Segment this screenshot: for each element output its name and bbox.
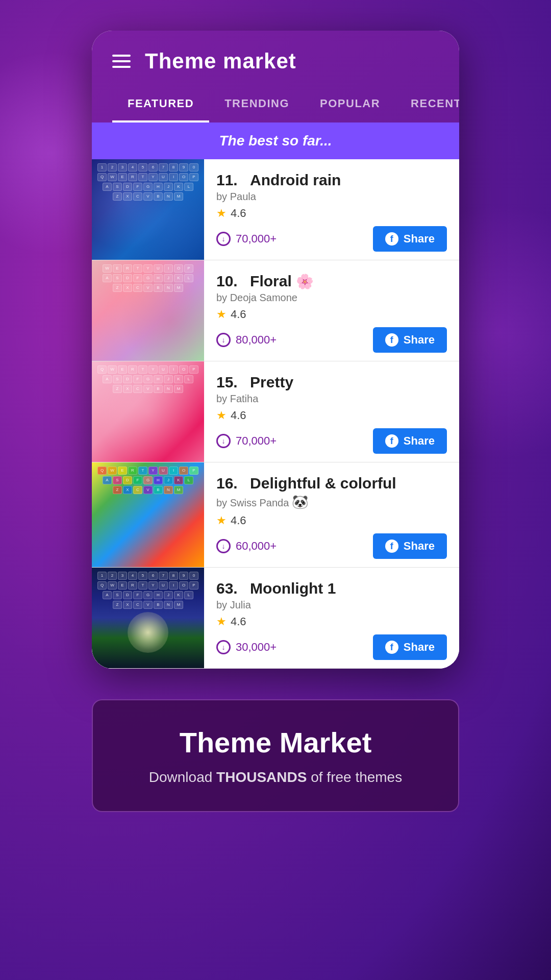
theme-thumbnail: 123 456 7890 QWE RTY UIOP ASD FGH JKL [92,568,204,668]
facebook-icon: f [385,333,398,347]
featured-banner: The best so far... [92,122,459,159]
share-button[interactable]: f Share [373,533,447,559]
theme-thumbnail: Q W E R T Y U I O P A S D [92,462,204,567]
theme-author: by Julia [216,599,447,611]
share-label: Share [404,333,435,347]
download-count: 70,000+ [236,434,277,448]
share-button[interactable]: f Share [373,226,447,252]
rating-value: 4.6 [231,207,246,220]
download-icon: ↓ [216,232,231,246]
theme-rating: ★ 4.6 [216,514,447,527]
theme-thumbnail: QWE RTY UIOP ASD FGH JKL ZXC VBNM [92,361,204,462]
tab-featured[interactable]: FEATURED [112,89,209,122]
facebook-icon: f [385,434,398,448]
download-info: ↓ 70,000+ [216,434,277,448]
theme-rating: ★ 4.6 [216,615,447,628]
theme-card[interactable]: Q W E R T Y U I O P A S D [92,462,459,568]
theme-list: 123 456 7890 QWE RTY UIOP ASD FGH JKL [92,159,459,669]
download-count: 60,000+ [236,540,277,553]
share-label: Share [404,540,435,553]
download-info: ↓ 30,000+ [216,640,277,654]
header-top: Theme market [112,49,439,74]
download-icon: ↓ [216,640,231,654]
theme-author: by Swiss Panda 🐼 [216,494,447,510]
theme-author: by Deoja Samone [216,292,447,304]
download-info: ↓ 60,000+ [216,539,277,553]
star-icon: ★ [216,207,227,220]
theme-card[interactable]: 123 456 7890 QWE RTY UIOP ASD FGH JKL [92,159,459,260]
page-title: Theme market [145,49,296,74]
bottom-banner-title: Theme Market [113,726,438,759]
theme-bottom: ↓ 60,000+ f Share [216,533,447,559]
tab-popular[interactable]: POPULAR [305,89,395,122]
download-icon: ↓ [216,539,231,553]
facebook-icon: f [385,232,398,246]
share-label: Share [404,434,435,448]
theme-info: 63. Moonlight 1 by Julia ★ 4.6 ↓ 30,000+… [204,568,459,668]
theme-rating: ★ 4.6 [216,409,447,422]
theme-info: 10. Floral 🌸 by Deoja Samone ★ 4.6 ↓ 80,… [204,260,459,361]
rating-value: 4.6 [231,514,246,527]
tab-recent[interactable]: RECENT [395,89,459,122]
theme-info: 16. Delightful & colorful by Swiss Panda… [204,462,459,567]
theme-thumbnail: WER TYU IOP ASD FGH JKL ZXC VBNM [92,260,204,361]
header: Theme market FEATURED TRENDING POPULAR R… [92,31,459,122]
rating-value: 4.6 [231,409,246,422]
star-icon: ★ [216,514,227,527]
theme-name: 15. Pretty [216,374,447,391]
theme-card[interactable]: WER TYU IOP ASD FGH JKL ZXC VBNM [92,260,459,361]
theme-card[interactable]: QWE RTY UIOP ASD FGH JKL ZXC VBNM [92,361,459,462]
panda-emoji: 🐼 [292,494,308,509]
download-info: ↓ 80,000+ [216,333,277,347]
theme-author: by Fatiha [216,393,447,405]
star-icon: ★ [216,308,227,321]
featured-banner-text: The best so far... [102,133,449,149]
download-icon: ↓ [216,333,231,347]
download-count: 70,000+ [236,232,277,246]
facebook-icon: f [385,641,398,654]
theme-card[interactable]: 123 456 7890 QWE RTY UIOP ASD FGH JKL [92,568,459,669]
theme-rating: ★ 4.6 [216,207,447,220]
rating-value: 4.6 [231,308,246,321]
theme-author: by Paula [216,191,447,203]
theme-rating: ★ 4.6 [216,308,447,321]
share-button[interactable]: f Share [373,634,447,660]
bottom-banner: Theme Market Download THOUSANDS of free … [92,699,459,812]
theme-bottom: ↓ 70,000+ f Share [216,428,447,454]
share-label: Share [404,641,435,654]
bottom-banner-subtitle: Download THOUSANDS of free themes [113,769,438,786]
theme-info: 15. Pretty by Fatiha ★ 4.6 ↓ 70,000+ f [204,361,459,462]
download-count: 30,000+ [236,641,277,654]
theme-info: 11. Android rain by Paula ★ 4.6 ↓ 70,000… [204,159,459,260]
theme-bottom: ↓ 70,000+ f Share [216,226,447,252]
star-icon: ★ [216,615,227,628]
tab-trending[interactable]: TRENDING [209,89,305,122]
tab-bar: FEATURED TRENDING POPULAR RECENT [112,89,439,122]
theme-name: 10. Floral 🌸 [216,273,447,290]
theme-name: 11. Android rain [216,172,447,189]
download-count: 80,000+ [236,333,277,347]
theme-bottom: ↓ 30,000+ f Share [216,634,447,660]
download-icon: ↓ [216,434,231,448]
share-button[interactable]: f Share [373,428,447,454]
theme-bottom: ↓ 80,000+ f Share [216,327,447,353]
rating-value: 4.6 [231,615,246,628]
theme-thumbnail: 123 456 7890 QWE RTY UIOP ASD FGH JKL [92,159,204,260]
theme-name: 63. Moonlight 1 [216,580,447,597]
phone-frame: Theme market FEATURED TRENDING POPULAR R… [92,31,459,669]
share-label: Share [404,232,435,246]
share-button[interactable]: f Share [373,327,447,353]
flower-emoji: 🌸 [296,273,314,290]
menu-button[interactable] [112,55,131,68]
facebook-icon: f [385,540,398,553]
download-info: ↓ 70,000+ [216,232,277,246]
theme-name: 16. Delightful & colorful [216,475,447,492]
star-icon: ★ [216,409,227,422]
